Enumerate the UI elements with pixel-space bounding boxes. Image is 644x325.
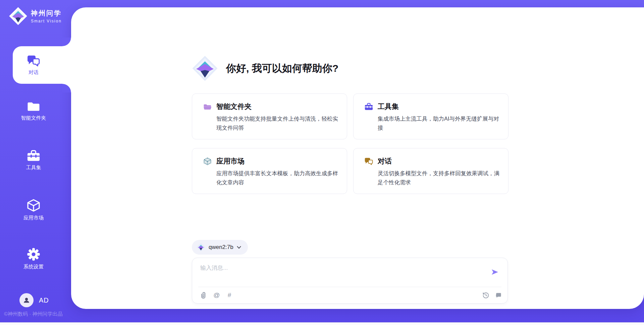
brand: 神州问学 Smart Vision bbox=[9, 7, 62, 25]
sidebar-item-label: 对话 bbox=[29, 69, 39, 76]
message-composer: @ # bbox=[192, 258, 508, 304]
sidebar-item-app-market[interactable]: 应用市场 bbox=[0, 198, 71, 221]
card-toolset[interactable]: 工具集 集成市场上主流工具，助力AI与外界无缝扩展与对接 bbox=[353, 93, 508, 139]
model-selector[interactable]: qwen2:7b bbox=[192, 240, 248, 255]
card-chat[interactable]: 对话 灵活切换多模型文件，支持多样回复效果调试，满足个性化需求 bbox=[353, 148, 508, 194]
card-app-market[interactable]: 应用市场 应用市场提供丰富长文本模板，助力高效生成多样化文章内容 bbox=[192, 148, 347, 194]
main-panel: 你好, 我可以如何帮助你? 智能文件夹 智能文件夹功能支持批量文件上传与清洗，轻… bbox=[71, 7, 644, 309]
chat-icon bbox=[364, 157, 373, 166]
user-icon bbox=[22, 296, 31, 304]
sidebar: 神州问学 Smart Vision 对话 智能文件夹 bbox=[0, 0, 71, 325]
card-title: 智能文件夹 bbox=[216, 102, 252, 111]
card-description: 集成市场上主流工具，助力AI与外界无缝扩展与对接 bbox=[378, 114, 499, 132]
sidebar-item-label: 智能文件夹 bbox=[21, 115, 46, 121]
briefcase-icon bbox=[364, 103, 373, 111]
copyright-text: ©神州数码 · 神州问学出品 bbox=[4, 311, 62, 317]
cube-icon bbox=[26, 198, 41, 212]
card-description: 应用市场提供丰富长文本模板，助力高效生成多样化文章内容 bbox=[216, 169, 338, 187]
folder-open-icon bbox=[203, 103, 212, 111]
sidebar-item-label: 应用市场 bbox=[23, 215, 44, 221]
card-smart-folder[interactable]: 智能文件夹 智能文件夹功能支持批量文件上传与清洗，轻松实现文件问答 bbox=[192, 93, 347, 139]
tab-curve-bottom bbox=[62, 84, 71, 92]
brand-text: 神州问学 Smart Vision bbox=[31, 9, 62, 23]
model-diamond-logo-icon bbox=[197, 243, 205, 252]
hash-icon[interactable]: # bbox=[226, 291, 233, 299]
folder-icon bbox=[26, 101, 41, 113]
attachment-icon[interactable] bbox=[200, 291, 208, 299]
chevron-down-icon bbox=[237, 246, 241, 249]
greeting-text: 你好, 我可以如何帮助你? bbox=[226, 62, 338, 75]
brand-name-cn: 神州问学 bbox=[31, 9, 62, 18]
sidebar-item-smart-folder[interactable]: 智能文件夹 bbox=[0, 101, 71, 121]
user-initials: AD bbox=[39, 297, 49, 304]
sidebar-item-label: 工具集 bbox=[26, 165, 41, 171]
sidebar-item-label: 系统设置 bbox=[23, 264, 44, 270]
card-title: 对话 bbox=[378, 156, 392, 166]
sidebar-item-toolset[interactable]: 工具集 bbox=[0, 149, 71, 171]
brand-diamond-logo-icon bbox=[9, 7, 28, 25]
tab-curve-top bbox=[62, 38, 71, 46]
feature-cards: 智能文件夹 智能文件夹功能支持批量文件上传与清洗，轻松实现文件问答 工具集 集成… bbox=[192, 93, 508, 194]
briefcase-icon bbox=[26, 149, 41, 162]
history-icon[interactable] bbox=[482, 291, 489, 299]
model-name: qwen2:7b bbox=[209, 244, 233, 251]
mention-icon[interactable]: @ bbox=[213, 291, 220, 299]
greeting-diamond-logo-icon bbox=[192, 55, 218, 81]
greeting: 你好, 我可以如何帮助你? bbox=[192, 55, 338, 81]
comment-icon[interactable] bbox=[495, 291, 502, 299]
pixel-cube-icon bbox=[203, 157, 212, 166]
sidebar-item-chat[interactable]: 对话 bbox=[13, 46, 71, 84]
brand-name-en: Smart Vision bbox=[31, 19, 62, 23]
gear-icon bbox=[26, 247, 41, 261]
message-input[interactable] bbox=[200, 264, 485, 283]
bottom-scrollbar-strip bbox=[0, 322, 644, 325]
card-title: 应用市场 bbox=[216, 156, 245, 166]
user-account[interactable]: AD bbox=[19, 293, 49, 307]
card-title: 工具集 bbox=[378, 102, 399, 111]
card-description: 智能文件夹功能支持批量文件上传与清洗，轻松实现文件问答 bbox=[216, 114, 338, 132]
card-description: 灵活切换多模型文件，支持多样回复效果调试，满足个性化需求 bbox=[378, 169, 499, 187]
sidebar-item-settings[interactable]: 系统设置 bbox=[0, 247, 71, 270]
chat-icon bbox=[26, 55, 41, 67]
avatar bbox=[19, 293, 34, 307]
send-icon[interactable] bbox=[491, 268, 499, 276]
